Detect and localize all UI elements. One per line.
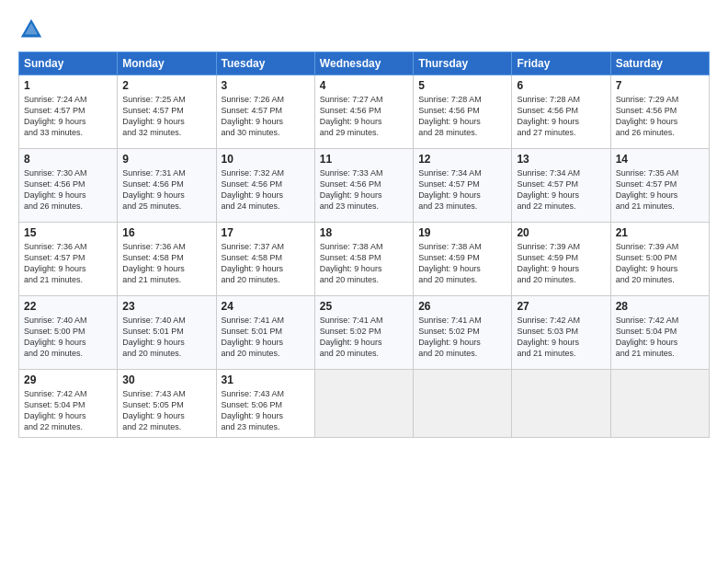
day-info: Sunrise: 7:28 AM Sunset: 4:56 PM Dayligh…	[418, 94, 506, 139]
day-number: 14	[616, 153, 704, 166]
day-number: 21	[616, 226, 704, 239]
calendar-cell: 29Sunrise: 7:42 AM Sunset: 5:04 PM Dayli…	[19, 370, 118, 438]
day-info: Sunrise: 7:40 AM Sunset: 5:01 PM Dayligh…	[122, 315, 210, 360]
day-info: Sunrise: 7:30 AM Sunset: 4:56 PM Dayligh…	[24, 167, 112, 213]
calendar-cell	[314, 370, 413, 438]
day-header-tuesday: Tuesday	[216, 52, 314, 75]
day-info: Sunrise: 7:31 AM Sunset: 4:56 PM Dayligh…	[122, 167, 210, 213]
day-number: 5	[418, 79, 506, 92]
day-info: Sunrise: 7:37 AM Sunset: 4:58 PM Dayligh…	[222, 241, 310, 286]
day-info: Sunrise: 7:42 AM Sunset: 5:03 PM Dayligh…	[517, 315, 605, 360]
day-header-saturday: Saturday	[610, 52, 709, 75]
day-number: 13	[517, 153, 605, 166]
day-info: Sunrise: 7:40 AM Sunset: 5:00 PM Dayligh…	[24, 315, 112, 360]
day-info: Sunrise: 7:41 AM Sunset: 5:02 PM Dayligh…	[320, 315, 408, 360]
calendar-cell	[414, 370, 512, 438]
calendar-cell: 5Sunrise: 7:28 AM Sunset: 4:56 PM Daylig…	[414, 75, 512, 149]
day-number: 20	[517, 226, 605, 239]
day-number: 6	[517, 79, 605, 92]
day-number: 12	[418, 153, 506, 166]
calendar-cell: 26Sunrise: 7:41 AM Sunset: 5:02 PM Dayli…	[414, 296, 512, 370]
calendar-cell: 22Sunrise: 7:40 AM Sunset: 5:00 PM Dayli…	[19, 296, 118, 370]
calendar-table: SundayMondayTuesdayWednesdayThursdayFrid…	[18, 52, 710, 438]
calendar-cell: 14Sunrise: 7:35 AM Sunset: 4:57 PM Dayli…	[610, 149, 709, 223]
day-info: Sunrise: 7:42 AM Sunset: 5:04 PM Dayligh…	[616, 315, 704, 360]
day-number: 1	[24, 79, 112, 92]
calendar-cell: 20Sunrise: 7:39 AM Sunset: 4:59 PM Dayli…	[512, 223, 610, 296]
day-number: 26	[418, 300, 506, 313]
day-number: 24	[222, 300, 310, 313]
day-number: 9	[122, 153, 210, 166]
day-info: Sunrise: 7:26 AM Sunset: 4:57 PM Dayligh…	[222, 94, 310, 139]
day-header-friday: Friday	[512, 52, 610, 75]
day-info: Sunrise: 7:41 AM Sunset: 5:02 PM Dayligh…	[418, 315, 506, 360]
day-info: Sunrise: 7:36 AM Sunset: 4:58 PM Dayligh…	[122, 241, 210, 286]
calendar-cell: 15Sunrise: 7:36 AM Sunset: 4:57 PM Dayli…	[19, 223, 118, 296]
logo-icon	[18, 17, 44, 42]
day-info: Sunrise: 7:24 AM Sunset: 4:57 PM Dayligh…	[24, 94, 112, 139]
calendar-cell: 2Sunrise: 7:25 AM Sunset: 4:57 PM Daylig…	[118, 75, 216, 149]
calendar-cell	[610, 370, 709, 438]
calendar-cell: 11Sunrise: 7:33 AM Sunset: 4:56 PM Dayli…	[314, 149, 413, 223]
calendar-cell: 28Sunrise: 7:42 AM Sunset: 5:04 PM Dayli…	[610, 296, 709, 370]
calendar-body: 1Sunrise: 7:24 AM Sunset: 4:57 PM Daylig…	[19, 75, 710, 438]
day-number: 29	[24, 373, 112, 386]
day-number: 17	[222, 226, 310, 239]
day-info: Sunrise: 7:38 AM Sunset: 4:58 PM Dayligh…	[320, 241, 408, 286]
calendar-cell	[512, 370, 610, 438]
day-number: 15	[24, 226, 112, 239]
calendar-cell: 6Sunrise: 7:28 AM Sunset: 4:56 PM Daylig…	[512, 75, 610, 149]
day-info: Sunrise: 7:41 AM Sunset: 5:01 PM Dayligh…	[222, 315, 310, 360]
day-info: Sunrise: 7:34 AM Sunset: 4:57 PM Dayligh…	[418, 167, 506, 213]
day-info: Sunrise: 7:33 AM Sunset: 4:56 PM Dayligh…	[320, 167, 408, 213]
day-info: Sunrise: 7:39 AM Sunset: 4:59 PM Dayligh…	[517, 241, 605, 286]
day-number: 2	[122, 79, 210, 92]
calendar-cell: 16Sunrise: 7:36 AM Sunset: 4:58 PM Dayli…	[118, 223, 216, 296]
calendar-cell: 21Sunrise: 7:39 AM Sunset: 5:00 PM Dayli…	[610, 223, 709, 296]
day-number: 16	[122, 226, 210, 239]
day-number: 23	[122, 300, 210, 313]
day-number: 8	[24, 153, 112, 166]
day-info: Sunrise: 7:39 AM Sunset: 5:00 PM Dayligh…	[616, 241, 704, 286]
calendar-cell: 10Sunrise: 7:32 AM Sunset: 4:56 PM Dayli…	[216, 149, 314, 223]
day-info: Sunrise: 7:25 AM Sunset: 4:57 PM Dayligh…	[122, 94, 210, 139]
header	[18, 17, 710, 42]
calendar-cell: 13Sunrise: 7:34 AM Sunset: 4:57 PM Dayli…	[512, 149, 610, 223]
header-row: SundayMondayTuesdayWednesdayThursdayFrid…	[19, 52, 710, 75]
day-number: 3	[222, 79, 310, 92]
calendar-cell: 23Sunrise: 7:40 AM Sunset: 5:01 PM Dayli…	[118, 296, 216, 370]
calendar-cell: 27Sunrise: 7:42 AM Sunset: 5:03 PM Dayli…	[512, 296, 610, 370]
day-info: Sunrise: 7:42 AM Sunset: 5:04 PM Dayligh…	[24, 388, 112, 433]
day-info: Sunrise: 7:35 AM Sunset: 4:57 PM Dayligh…	[616, 167, 704, 213]
day-header-wednesday: Wednesday	[314, 52, 413, 75]
day-number: 30	[122, 373, 210, 386]
day-number: 4	[320, 79, 408, 92]
calendar-cell: 9Sunrise: 7:31 AM Sunset: 4:56 PM Daylig…	[118, 149, 216, 223]
calendar-cell: 31Sunrise: 7:43 AM Sunset: 5:06 PM Dayli…	[216, 370, 314, 438]
day-number: 28	[616, 300, 704, 313]
calendar-cell: 1Sunrise: 7:24 AM Sunset: 4:57 PM Daylig…	[19, 75, 118, 149]
calendar-header: SundayMondayTuesdayWednesdayThursdayFrid…	[19, 52, 710, 75]
day-info: Sunrise: 7:38 AM Sunset: 4:59 PM Dayligh…	[418, 241, 506, 286]
day-number: 27	[517, 300, 605, 313]
day-header-monday: Monday	[118, 52, 216, 75]
calendar-cell: 4Sunrise: 7:27 AM Sunset: 4:56 PM Daylig…	[314, 75, 413, 149]
day-info: Sunrise: 7:29 AM Sunset: 4:56 PM Dayligh…	[616, 94, 704, 139]
day-number: 7	[616, 79, 704, 92]
page: SundayMondayTuesdayWednesdayThursdayFrid…	[0, 0, 728, 447]
calendar-cell: 18Sunrise: 7:38 AM Sunset: 4:58 PM Dayli…	[314, 223, 413, 296]
day-info: Sunrise: 7:43 AM Sunset: 5:05 PM Dayligh…	[122, 388, 210, 433]
day-number: 31	[222, 373, 310, 386]
calendar-cell: 17Sunrise: 7:37 AM Sunset: 4:58 PM Dayli…	[216, 223, 314, 296]
logo	[18, 17, 48, 42]
day-number: 11	[320, 153, 408, 166]
calendar-cell: 19Sunrise: 7:38 AM Sunset: 4:59 PM Dayli…	[414, 223, 512, 296]
day-info: Sunrise: 7:36 AM Sunset: 4:57 PM Dayligh…	[24, 241, 112, 286]
day-header-sunday: Sunday	[19, 52, 118, 75]
calendar-cell: 25Sunrise: 7:41 AM Sunset: 5:02 PM Dayli…	[314, 296, 413, 370]
day-info: Sunrise: 7:43 AM Sunset: 5:06 PM Dayligh…	[222, 388, 310, 433]
day-info: Sunrise: 7:32 AM Sunset: 4:56 PM Dayligh…	[222, 167, 310, 213]
day-number: 10	[222, 153, 310, 166]
day-info: Sunrise: 7:28 AM Sunset: 4:56 PM Dayligh…	[517, 94, 605, 139]
calendar-cell: 7Sunrise: 7:29 AM Sunset: 4:56 PM Daylig…	[610, 75, 709, 149]
